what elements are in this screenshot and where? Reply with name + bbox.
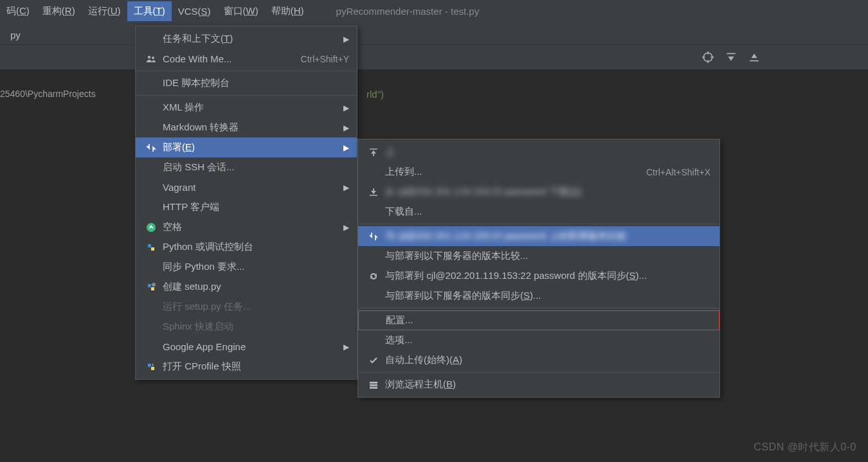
menu-create-setup[interactable]: 创建 setup.py bbox=[136, 277, 357, 297]
svg-marker-6 bbox=[728, 57, 734, 61]
expand-icon[interactable] bbox=[725, 51, 737, 63]
submenu-sync-server[interactable]: 与部署到 cjl@202.201.119.153:22 password 的版本… bbox=[358, 266, 719, 286]
separator bbox=[136, 71, 357, 71]
submenu-download-from[interactable]: 下载自... bbox=[358, 202, 719, 222]
menu-markdown[interactable]: Markdown 转换器▶ bbox=[136, 118, 357, 138]
target-icon[interactable] bbox=[702, 51, 714, 63]
menu-http-client[interactable]: HTTP 客户端 bbox=[136, 197, 357, 217]
project-path: 25460\PycharmProjects bbox=[0, 89, 96, 99]
menubar: 码(C) 重构(R) 运行(U) 工具(T) VCS(S) 窗口(W) 帮助(H… bbox=[0, 0, 868, 22]
menu-python-console[interactable]: Python 或调试控制台 bbox=[136, 237, 357, 257]
menu-gae[interactable]: Google App Engine▶ bbox=[136, 337, 357, 357]
host-icon bbox=[367, 380, 380, 390]
submenu-options[interactable]: 选项... bbox=[358, 330, 719, 350]
download-icon bbox=[367, 187, 380, 197]
menu-run-setup: 运行 setup.py 任务... bbox=[136, 297, 357, 317]
svg-point-9 bbox=[148, 55, 150, 58]
submenu-download-from-server[interactable]: 从 cjl@202.201.119.153:22 password 下载(D) bbox=[358, 182, 719, 202]
submenu-configure[interactable]: 配置... bbox=[358, 310, 719, 330]
menu-codewithme[interactable]: Code With Me...Ctrl+Shift+Y bbox=[136, 49, 357, 69]
menu-deploy[interactable]: 部署(E)▶ bbox=[136, 138, 357, 157]
menu-vcs[interactable]: VCS(S) bbox=[172, 2, 217, 21]
menu-ssh[interactable]: 启动 SSH 会话... bbox=[136, 157, 357, 177]
python-profile-icon bbox=[145, 362, 158, 372]
toolbar bbox=[0, 45, 868, 69]
separator bbox=[358, 308, 719, 308]
window-title: pyRecommender-master - test.py bbox=[336, 6, 480, 17]
menu-ide-console[interactable]: IDE 脚本控制台 bbox=[136, 73, 357, 93]
svg-rect-20 bbox=[370, 384, 377, 386]
submenu-sync-any[interactable]: 与部署到以下服务器的版本同步(S)... bbox=[358, 286, 719, 306]
menu-tasks[interactable]: 任务和上下文(T)▶ bbox=[136, 29, 357, 49]
submenu-compare-server[interactable]: 与 cjl@202.201.119.153:22 password 上的部署版本… bbox=[358, 226, 719, 246]
deploy-icon bbox=[145, 143, 158, 153]
svg-rect-19 bbox=[370, 382, 377, 384]
separator bbox=[358, 224, 719, 224]
upload-icon bbox=[367, 147, 380, 157]
check-icon bbox=[367, 355, 380, 366]
watermark: CSDN @时代新人0-0 bbox=[754, 441, 856, 454]
menu-xml[interactable]: XML 操作▶ bbox=[136, 98, 357, 118]
menu-cprofile[interactable]: 打开 CProfile 快照 bbox=[136, 357, 357, 377]
tools-dropdown: 任务和上下文(T)▶ Code With Me...Ctrl+Shift+Y I… bbox=[135, 26, 357, 380]
svg-rect-21 bbox=[370, 387, 377, 389]
tabbar: py bbox=[0, 22, 868, 45]
submenu-upload-to-server[interactable]: 上 bbox=[358, 142, 719, 162]
submenu-browse-host[interactable]: 浏览远程主机(B) bbox=[358, 375, 719, 395]
svg-marker-7 bbox=[752, 53, 757, 58]
submenu-auto-upload[interactable]: 自动上传(始终)(A) bbox=[358, 350, 719, 370]
separator bbox=[136, 95, 357, 96]
menu-run[interactable]: 运行(U) bbox=[82, 1, 127, 21]
separator bbox=[358, 372, 719, 373]
refresh-icon bbox=[367, 271, 380, 281]
deploy-submenu: 上 上传到...Ctrl+Alt+Shift+X 从 cjl@202.201.1… bbox=[357, 139, 720, 398]
tab-file[interactable]: py bbox=[0, 26, 31, 44]
menu-window[interactable]: 窗口(W) bbox=[217, 1, 265, 21]
menu-code[interactable]: 码(C) bbox=[0, 1, 36, 21]
menu-tools[interactable]: 工具(T) bbox=[127, 1, 172, 21]
collapse-icon[interactable] bbox=[748, 51, 760, 63]
people-icon bbox=[145, 54, 158, 64]
python-console-icon bbox=[145, 242, 158, 253]
space-icon bbox=[145, 222, 158, 233]
submenu-compare-any[interactable]: 与部署到以下服务器的版本比较... bbox=[358, 246, 719, 266]
menu-vagrant[interactable]: Vagrant▶ bbox=[136, 177, 357, 197]
submenu-upload-to[interactable]: 上传到...Ctrl+Alt+Shift+X bbox=[358, 162, 719, 182]
svg-point-12 bbox=[152, 283, 156, 287]
menu-refactor[interactable]: 重构(R) bbox=[36, 1, 82, 21]
code-fragment: rld") bbox=[366, 89, 384, 100]
python-gear-icon bbox=[145, 282, 158, 292]
menu-sync-requirements[interactable]: 同步 Python 要求... bbox=[136, 257, 357, 277]
menu-space[interactable]: 空格▶ bbox=[136, 217, 357, 237]
menu-sphinx: Sphinx 快速启动 bbox=[136, 317, 357, 337]
menu-help[interactable]: 帮助(H) bbox=[265, 1, 311, 21]
sync-icon bbox=[367, 231, 380, 242]
svg-point-10 bbox=[152, 57, 154, 59]
